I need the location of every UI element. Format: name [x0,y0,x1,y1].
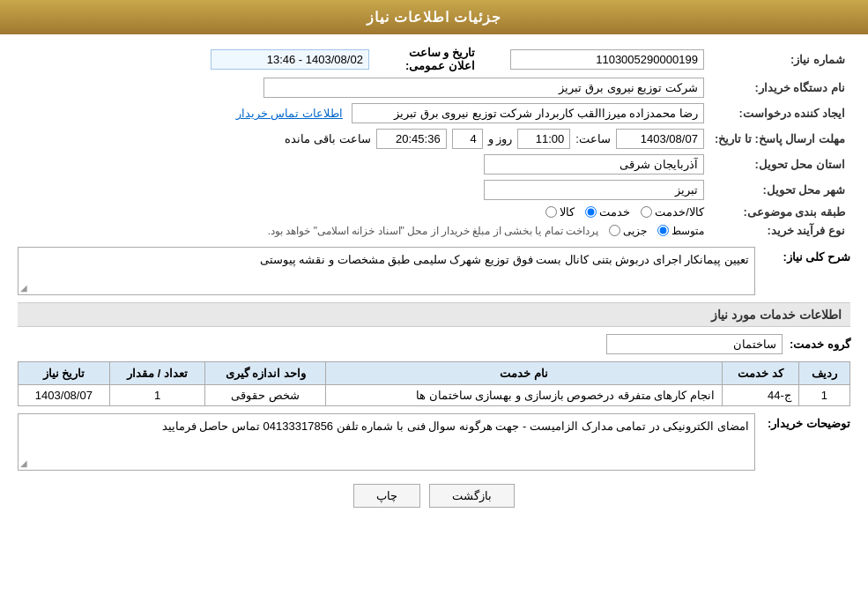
process-label-medium: متوسط [671,225,704,237]
category-label-goods: کالا [560,205,575,219]
deadline-label: مهلت ارسال پاسخ: تا تاریخ: [709,126,850,152]
services-section-title: اطلاعات خدمات مورد نیاز [18,302,850,327]
requester-row: نام دستگاه خریدار: شرکت توزیع نیروی برق … [18,75,850,100]
cell-name: انجام کارهای متفرقه درخصوص بازسازی و بهس… [326,385,723,406]
deadline-remaining: 20:45:36 [376,129,447,149]
cell-row-num: 1 [798,385,849,406]
requester-label: نام دستگاه خریدار: [709,75,850,100]
deadline-days: 4 [452,129,483,149]
buyer-notes-value: امضای الکترونیکی در تمامی مدارک الزامیست… [18,413,755,471]
category-label-service: خدمت [599,205,630,219]
buyer-notes-section: توضیحات خریدار: امضای الکترونیکی در تمام… [18,413,850,471]
col-header-date: تاریخ نیاز [19,362,110,385]
page-header: جزئیات اطلاعات نیاز [0,0,868,34]
cell-code: ج-44 [723,385,799,406]
requester-value: شرکت توزیع نیروی برق تبریز [263,78,704,98]
col-header-code: کد خدمت [723,362,799,385]
announce-date-value: 1403/08/02 - 13:46 [211,49,369,70]
col-header-quantity: تعداد / مقدار [109,362,205,385]
province-label: استان محل تحویل: [709,152,850,177]
category-radio-group: کالا/خدمت خدمت کالا [23,205,704,219]
description-label: شرح کلی نیاز: [762,247,850,264]
services-table: ردیف کد خدمت نام خدمت واحد اندازه گیری ت… [18,361,850,406]
process-type-row: نوع فرآیند خرید: متوسط جزیی پرداخت تمام … [18,221,850,240]
need-number-row: شماره نیاز: 1103005290000199 تاریخ و ساع… [18,43,850,75]
col-header-name: نام خدمت [326,362,723,385]
print-button[interactable]: چاپ [353,484,420,508]
category-option-goods[interactable]: کالا [545,205,575,219]
cell-date: 1403/08/07 [19,385,110,406]
deadline-days-label: روز و [488,132,513,145]
buttons-row: بازگشت چاپ [18,484,850,508]
col-header-row-num: ردیف [798,362,849,385]
city-value: تبریز [484,180,704,200]
description-value: تعیین پیمانکار اجرای دربوش بتنی کانال بس… [18,247,755,295]
page-title: جزئیات اطلاعات نیاز [367,10,502,25]
deadline-row: مهلت ارسال پاسخ: تا تاریخ: 1403/08/07 سا… [18,126,850,152]
category-label: طبقه بندی موضوعی: [709,203,850,221]
deadline-time-label: ساعت: [575,132,611,145]
table-row: 1 ج-44 انجام کارهای متفرقه درخصوص بازساز… [19,385,850,406]
deadline-date: 1403/08/07 [616,129,704,149]
buyer-notes-label: توضیحات خریدار: [762,413,850,430]
need-number-value: 1103005290000199 [510,49,704,70]
services-table-header: ردیف کد خدمت نام خدمت واحد اندازه گیری ت… [19,362,850,385]
deadline-time: 11:00 [517,129,570,149]
creator-row: ایجاد کننده درخواست: رضا محمدزاده میرزاا… [18,100,850,126]
province-row: استان محل تحویل: آذربایجان شرقی [18,152,850,177]
description-section: شرح کلی نیاز: تعیین پیمانکار اجرای دربوش… [18,247,850,295]
cell-unit: شخص حقوقی [205,385,326,406]
category-row: طبقه بندی موضوعی: کالا/خدمت خدمت کالا [18,203,850,221]
deadline-remaining-label: ساعت باقی مانده [285,132,370,145]
city-label: شهر محل تحویل: [709,177,850,203]
creator-value: رضا محمدزاده میرزاالقب کاربردار شرکت توز… [352,103,704,123]
service-group-value: ساختمان [606,334,783,354]
process-label: نوع فرآیند خرید: [709,221,850,240]
service-group-row: گروه خدمت: ساختمان [18,334,850,354]
category-option-service[interactable]: خدمت [585,205,630,219]
resize-handle: ◢ [20,283,27,293]
service-group-label: گروه خدمت: [790,338,850,351]
process-type-container: متوسط جزیی پرداخت تمام یا بخشی از مبلغ خ… [23,225,704,237]
contact-link[interactable]: اطلاعات تماس خریدار [236,107,343,120]
category-option-goods-services[interactable]: کالا/خدمت [641,205,704,219]
cell-quantity: 1 [109,385,205,406]
back-button[interactable]: بازگشت [429,484,515,508]
creator-label: ایجاد کننده درخواست: [709,100,850,126]
buyer-notes-resize: ◢ [20,458,27,468]
process-option-minor[interactable]: جزیی [609,225,647,237]
process-label-minor: جزیی [623,225,647,237]
city-row: شهر محل تحویل: تبریز [18,177,850,203]
process-note: پرداخت تمام یا بخشی از مبلغ خریدار از مح… [268,225,598,237]
col-header-unit: واحد اندازه گیری [205,362,326,385]
province-value: آذربایجان شرقی [484,154,704,175]
announce-date-label: تاریخ و ساعت اعلان عمومی: [375,43,480,75]
need-number-label: شماره نیاز: [709,43,850,75]
category-label-goods-services: کالا/خدمت [655,205,704,219]
process-option-medium[interactable]: متوسط [657,225,704,237]
